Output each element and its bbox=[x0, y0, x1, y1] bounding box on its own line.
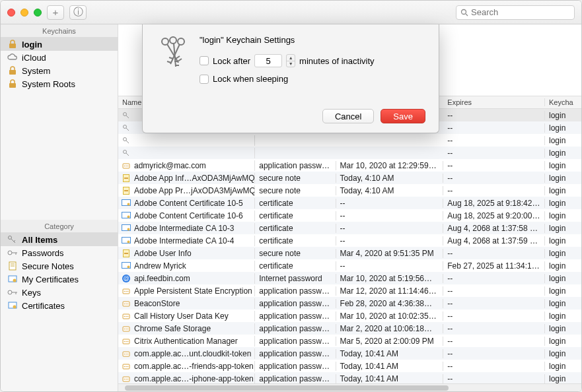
svg-point-30 bbox=[124, 165, 126, 166]
row-kind: certificate bbox=[255, 224, 336, 233]
table-body[interactable]: --login--login--login--loginadmyrick@mac… bbox=[118, 109, 581, 383]
row-modified: -- bbox=[336, 211, 444, 220]
column-keychain[interactable]: Keycha bbox=[545, 98, 581, 106]
row-kind: application password bbox=[255, 311, 336, 321]
cert-icon bbox=[7, 300, 18, 311]
lock-after-checkbox[interactable] bbox=[200, 56, 209, 65]
svg-text:@: @ bbox=[123, 275, 129, 282]
table-row[interactable]: @api.feedbin.comInternet passwordMar 10,… bbox=[118, 272, 581, 284]
table-row[interactable]: Apple Persistent State Encryptionapplica… bbox=[118, 284, 581, 297]
horizontal-scrollbar[interactable] bbox=[118, 383, 581, 391]
lock-after-input[interactable] bbox=[254, 54, 282, 67]
category-item[interactable]: All Items bbox=[1, 233, 118, 246]
chevron-down-icon[interactable]: ▼ bbox=[287, 61, 295, 67]
category-item[interactable]: Passwords bbox=[1, 246, 118, 259]
zoom-window-button[interactable] bbox=[34, 9, 42, 16]
chevron-up-icon[interactable]: ▲ bbox=[287, 55, 295, 61]
row-kind: secure note bbox=[255, 186, 336, 195]
table-row[interactable]: Adobe User Infosecure noteMar 4, 2020 at… bbox=[118, 247, 581, 259]
row-icon bbox=[121, 298, 131, 309]
svg-rect-36 bbox=[124, 190, 128, 191]
svg-line-7 bbox=[14, 240, 15, 242]
table-row[interactable]: Adobe Intermediate CA 10-3certificate--A… bbox=[118, 222, 581, 234]
row-expires: -- bbox=[443, 274, 545, 283]
search-input[interactable] bbox=[471, 7, 582, 17]
column-expires[interactable]: Expires bbox=[443, 98, 545, 106]
info-button[interactable]: ⓘ bbox=[69, 5, 87, 20]
svg-point-15 bbox=[13, 279, 17, 282]
svg-point-77 bbox=[126, 366, 127, 367]
cancel-button[interactable]: Cancel bbox=[322, 109, 374, 123]
table-row[interactable]: com.apple.ac…-friends-app-tokenapplicati… bbox=[118, 360, 581, 372]
row-name: Adobe App Pr…jAxODA3MjAwMQ) bbox=[134, 186, 255, 195]
row-keychain: login bbox=[545, 349, 581, 358]
svg-point-61 bbox=[126, 315, 127, 317]
row-keychain: login bbox=[545, 337, 581, 346]
category-label: Keys bbox=[22, 288, 41, 298]
row-keychain: login bbox=[545, 111, 581, 120]
minimize-window-button[interactable] bbox=[20, 9, 28, 16]
svg-point-74 bbox=[127, 353, 129, 354]
keychain-item[interactable]: iCloud bbox=[1, 51, 118, 64]
table-row[interactable]: Chrome Safe Storageapplication passwordM… bbox=[118, 322, 581, 335]
row-icon bbox=[121, 286, 131, 296]
row-modified: Today, 10:41 AM bbox=[336, 349, 444, 358]
lock-sleep-checkbox[interactable] bbox=[200, 75, 209, 84]
keychain-label: System Roots bbox=[22, 79, 75, 89]
svg-point-73 bbox=[126, 353, 127, 354]
close-window-button[interactable] bbox=[7, 9, 15, 16]
svg-line-28 bbox=[126, 153, 129, 156]
row-keychain: login bbox=[545, 199, 581, 208]
category-item[interactable]: Secure Notes bbox=[1, 259, 118, 273]
svg-point-57 bbox=[126, 303, 127, 304]
row-name: admyrick@mac.com bbox=[134, 161, 206, 170]
table-row[interactable]: Adobe Content Certificate 10-6certificat… bbox=[118, 209, 581, 222]
table-row[interactable]: Adobe Intermediate CA 10-4certificate--A… bbox=[118, 234, 581, 247]
category-item[interactable]: Keys bbox=[1, 286, 118, 299]
svg-point-78 bbox=[127, 366, 129, 367]
table-row[interactable]: --login bbox=[118, 134, 581, 147]
table-row[interactable]: Adobe Content Certificate 10-5certificat… bbox=[118, 197, 581, 209]
lock-after-stepper[interactable]: ▲▼ bbox=[286, 54, 295, 67]
row-icon bbox=[121, 261, 131, 271]
row-kind: application password bbox=[255, 286, 336, 296]
table-row[interactable]: Andrew Myrickcertificate--Feb 27, 2025 a… bbox=[118, 259, 581, 272]
row-icon bbox=[121, 211, 131, 221]
table-row[interactable]: com.apple.ac…-iphone-app-tokenapplicatio… bbox=[118, 372, 581, 383]
row-icon bbox=[121, 223, 131, 234]
svg-point-66 bbox=[127, 328, 129, 329]
keys-icon bbox=[156, 35, 189, 75]
keychains-header: Keychains bbox=[1, 24, 118, 38]
svg-point-56 bbox=[124, 303, 126, 304]
table-row[interactable]: --login bbox=[118, 147, 581, 159]
table-row[interactable]: Adobe App Pr…jAxODA3MjAwMQ)secure noteTo… bbox=[118, 184, 581, 197]
row-kind: application password bbox=[255, 299, 336, 308]
lock-sleep-label: Lock when sleeping bbox=[213, 74, 288, 84]
keychain-item[interactable]: login bbox=[1, 38, 118, 51]
table-row[interactable]: Adobe App Inf…AxODA3MjAwMQ)secure noteTo… bbox=[118, 172, 581, 184]
add-button[interactable]: + bbox=[47, 5, 64, 20]
key-icon bbox=[7, 287, 18, 298]
svg-point-38 bbox=[127, 203, 130, 206]
table-row[interactable]: admyrick@mac.comapplication passwordMar … bbox=[118, 159, 581, 172]
svg-line-1 bbox=[466, 14, 468, 16]
keychain-item[interactable]: System bbox=[1, 64, 118, 77]
category-header: Category bbox=[1, 220, 118, 233]
table-row[interactable]: Call History User Data Keyapplication pa… bbox=[118, 310, 581, 322]
table-row[interactable]: com.apple.ac…unt.cloudkit-tokenapplicati… bbox=[118, 347, 581, 360]
row-expires: -- bbox=[443, 286, 545, 296]
category-item[interactable]: Certificates bbox=[1, 299, 118, 312]
svg-point-42 bbox=[127, 228, 130, 231]
table-row[interactable]: Citrix Authentication Managerapplication… bbox=[118, 335, 581, 347]
category-label: My Certificates bbox=[22, 275, 79, 284]
search-field[interactable] bbox=[456, 5, 575, 20]
keychain-item[interactable]: System Roots bbox=[1, 77, 118, 90]
row-expires: -- bbox=[443, 161, 545, 170]
row-kind: certificate bbox=[255, 199, 336, 208]
scrollbar-thumb[interactable] bbox=[125, 385, 449, 391]
row-icon: @ bbox=[121, 273, 131, 284]
svg-point-68 bbox=[124, 341, 126, 342]
category-item[interactable]: My Certificates bbox=[1, 273, 118, 286]
save-button[interactable]: Save bbox=[381, 109, 425, 123]
table-row[interactable]: BeaconStoreapplication passwordFeb 28, 2… bbox=[118, 297, 581, 310]
